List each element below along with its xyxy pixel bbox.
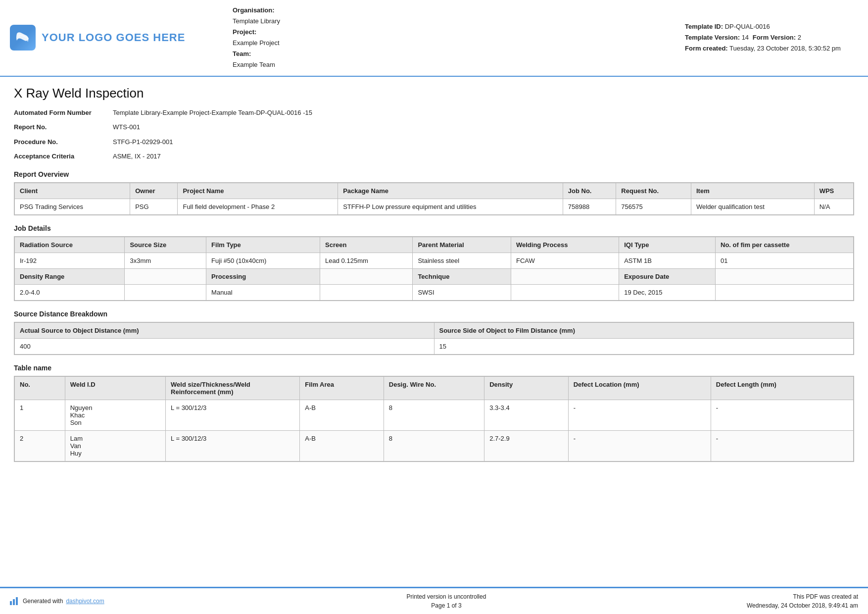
col-owner: Owner xyxy=(130,183,178,199)
cell-defect-len-2: - xyxy=(711,430,853,461)
cell-source-to-object: 400 xyxy=(15,338,434,354)
project-value: Example Project xyxy=(233,38,685,49)
template-version-label: Template Version: xyxy=(685,34,740,41)
table-row-3: 2.0-4.0 Manual SWSI 19 Dec, 2015 xyxy=(15,284,854,300)
generated-link[interactable]: dashpivot.com xyxy=(66,598,104,605)
org-value: Template Library xyxy=(233,16,685,27)
table-row: PSG Trading Services PSG Full field deve… xyxy=(15,199,854,214)
cell-radiation-source: Ir-192 xyxy=(15,253,125,268)
cell-defect-loc-2: - xyxy=(568,430,711,461)
logo-section: YOUR LOGO GOES HERE xyxy=(10,5,218,71)
cell-request-no: 756575 xyxy=(616,199,691,214)
col-object-to-film: Source Side of Object to Film Distance (… xyxy=(434,322,854,338)
cell-technique-2 xyxy=(511,284,619,300)
weld-table: No. Weld I.D Weld size/Thickness/Weld Re… xyxy=(14,376,854,461)
col-radiation-source: Radiation Source xyxy=(15,237,125,253)
report-overview-header-row: Client Owner Project Name Package Name J… xyxy=(15,183,854,199)
cell-density-2: 2.7-2.9 xyxy=(484,430,569,461)
cell-no-2: 2 xyxy=(15,430,65,461)
template-id-label: Template ID: xyxy=(685,23,723,30)
footer-right-line2: Wednesday, 24 October 2018, 9:49:41 am xyxy=(747,602,858,609)
footer-right: This PDF was created at Wednesday, 24 Oc… xyxy=(685,592,858,610)
form-version-label: Form Version: xyxy=(753,34,796,41)
cell-desig-wire-2: 8 xyxy=(384,430,484,461)
cell-technique: SWSI xyxy=(413,284,511,300)
cell-density-range-2 xyxy=(125,284,206,300)
footer-center-line1: Printed version is uncontrolled xyxy=(407,593,486,600)
col-film-area: Film Area xyxy=(300,376,384,400)
cell-density-range-empty xyxy=(125,268,206,284)
project-line: Project: Example Project xyxy=(233,27,685,49)
procedure-no-label: Procedure No. xyxy=(14,137,113,147)
col-exposure-date: Exposure Date xyxy=(619,268,716,284)
cell-film-area-2: A-B xyxy=(300,430,384,461)
dashpivot-icon xyxy=(10,597,18,605)
cell-defect-len-1: - xyxy=(711,400,853,430)
col-screen: Screen xyxy=(320,237,413,253)
cell-defect-loc-1: - xyxy=(568,400,711,430)
job-details-table: Radiation Source Source Size Film Type S… xyxy=(14,237,854,301)
table-row-2: Density Range Processing Technique Expos… xyxy=(15,268,854,284)
table-name-title: Table name xyxy=(14,364,854,372)
weld-table-header-row: No. Weld I.D Weld size/Thickness/Weld Re… xyxy=(15,376,854,400)
cell-film-area-1: A-B xyxy=(300,400,384,430)
table-row: 2 LamVanHuy L = 300/12/3 A-B 8 2.7-2.9 -… xyxy=(15,430,854,461)
cell-weld-id-1: NguyenKhacSon xyxy=(65,400,165,430)
main-content: X Ray Weld Inspection Automated Form Num… xyxy=(0,77,868,481)
col-desig-wire-no: Desig. Wire No. xyxy=(384,376,484,400)
cell-film-type: Fuji #50 (10x40cm) xyxy=(206,253,320,268)
cell-exposure-date: 19 Dec, 2015 xyxy=(619,284,716,300)
procedure-no-field: Procedure No. STFG-P1-02929-001 xyxy=(14,137,854,147)
col-item: Item xyxy=(691,183,814,199)
cell-parent-material: Stainless steel xyxy=(413,253,511,268)
project-label: Project: xyxy=(233,27,685,38)
col-parent-material: Parent Material xyxy=(413,237,511,253)
acceptance-criteria-label: Acceptance Criteria xyxy=(14,152,113,161)
template-version-value: 14 xyxy=(742,34,749,41)
cell-wps: N/A xyxy=(814,199,853,214)
report-overview-title: Report Overview xyxy=(14,170,854,178)
col-defect-length: Defect Length (mm) xyxy=(711,376,853,400)
job-details-title: Job Details xyxy=(14,224,854,232)
col-no: No. xyxy=(15,376,65,400)
table-row: Ir-192 3x3mm Fuji #50 (10x40cm) Lead 0.1… xyxy=(15,253,854,268)
acceptance-criteria-value: ASME, IX - 2017 xyxy=(113,152,161,161)
logo-icon xyxy=(10,25,36,51)
table-row: 400 15 xyxy=(15,338,854,354)
template-id-value: DP-QUAL-0016 xyxy=(725,23,770,30)
team-label: Team: xyxy=(233,49,685,59)
source-distance-title: Source Distance Breakdown xyxy=(14,310,854,318)
table-row: 1 NguyenKhacSon L = 300/12/3 A-B 8 3.3-3… xyxy=(15,400,854,430)
col-fim-per-cassette: No. of fim per cassette xyxy=(716,237,854,253)
cell-screen: Lead 0.125mm xyxy=(320,253,413,268)
cell-weld-id-2: LamVanHuy xyxy=(65,430,165,461)
source-distance-table: Actual Source to Object Distance (mm) So… xyxy=(14,322,854,355)
col-film-type: Film Type xyxy=(206,237,320,253)
header-center: Organisation: Template Library Project: … xyxy=(218,5,685,71)
cell-package-name: STFFH-P Low pressure equipment and utili… xyxy=(338,199,563,214)
form-created-line: Form created: Tuesday, 23 October 2018, … xyxy=(685,43,858,54)
cell-no-1: 1 xyxy=(15,400,65,430)
cell-weld-size-2: L = 300/12/3 xyxy=(166,430,300,461)
cell-iqi-type: ASTM 1B xyxy=(619,253,716,268)
cell-weld-size-1: L = 300/12/3 xyxy=(166,400,300,430)
job-details-header-row: Radiation Source Source Size Film Type S… xyxy=(15,237,854,253)
cell-technique-empty xyxy=(511,268,619,284)
col-weld-id: Weld I.D xyxy=(65,376,165,400)
col-package-name: Package Name xyxy=(338,183,563,199)
report-no-label: Report No. xyxy=(14,122,113,132)
cell-project-name: Full field development - Phase 2 xyxy=(178,199,338,214)
form-version-value: 2 xyxy=(798,34,801,41)
form-created-value: Tuesday, 23 October 2018, 5:30:52 pm xyxy=(729,45,841,52)
cell-density-range: 2.0-4.0 xyxy=(15,284,125,300)
automated-form-number-label: Automated Form Number xyxy=(14,108,113,118)
cell-client: PSG Trading Services xyxy=(15,199,130,214)
col-weld-size: Weld size/Thickness/Weld Reinforcement (… xyxy=(166,376,300,400)
page-header: YOUR LOGO GOES HERE Organisation: Templa… xyxy=(0,0,868,77)
team-value: Example Team xyxy=(233,59,685,70)
col-job-no: Job No. xyxy=(563,183,616,199)
col-source-to-object: Actual Source to Object Distance (mm) xyxy=(15,322,434,338)
automated-form-number-value: Template Library-Example Project-Example… xyxy=(113,108,312,118)
footer-center: Printed version is uncontrolled Page 1 o… xyxy=(208,592,685,610)
acceptance-criteria-field: Acceptance Criteria ASME, IX - 2017 xyxy=(14,152,854,161)
